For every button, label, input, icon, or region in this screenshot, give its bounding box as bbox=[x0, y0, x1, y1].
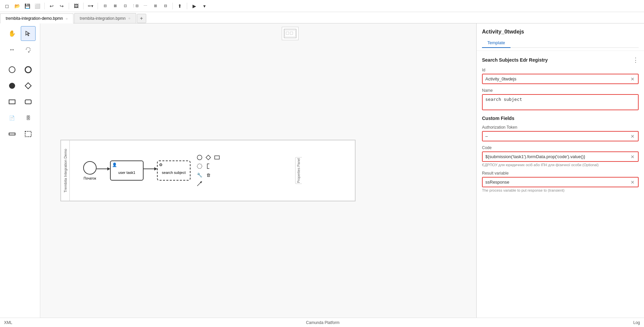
toolbar-separator-5 bbox=[172, 3, 173, 9]
tool-row-6: 📄 🗄 bbox=[1, 111, 39, 125]
tab-add-button[interactable]: + bbox=[137, 14, 146, 23]
db-tool-button[interactable]: 🗄 bbox=[21, 111, 36, 125]
circle-thick-tool-button[interactable] bbox=[21, 62, 36, 77]
properties-panel-toggle[interactable]: Properties Panel bbox=[295, 157, 302, 184]
section-title-text: Search Subjects Edr Registry bbox=[482, 57, 548, 63]
lasso-tool-button[interactable] bbox=[21, 42, 36, 57]
result-var-input[interactable] bbox=[483, 178, 629, 187]
edit-button[interactable]: ✏▾ bbox=[86, 2, 95, 10]
open-folder-button[interactable]: 📂 bbox=[13, 2, 21, 10]
result-var-clear-button[interactable]: ✕ bbox=[629, 178, 637, 186]
table-button[interactable]: ⊟ bbox=[161, 2, 170, 10]
small-rect-tool-button[interactable] bbox=[5, 127, 19, 141]
svg-marker-15 bbox=[206, 155, 211, 160]
redo-button[interactable]: ↪ bbox=[57, 2, 66, 10]
code-hint: ЄДРПОУ для юридичних осіб або ІПН для фі… bbox=[482, 163, 639, 167]
svg-marker-0 bbox=[26, 31, 30, 36]
toolbar-separator bbox=[44, 3, 45, 9]
start-event[interactable] bbox=[83, 161, 97, 175]
bpmn-pool: Trembita Integration Demo Початок 👤 bbox=[60, 140, 356, 201]
id-input[interactable] bbox=[483, 74, 629, 83]
code-input-wrapper: ✕ bbox=[482, 151, 639, 162]
distribute-v-button[interactable]: ⋯ bbox=[141, 2, 150, 10]
section-title: Search Subjects Edr Registry ⋮ bbox=[482, 56, 639, 64]
shape-tools-row-4 bbox=[196, 180, 221, 187]
cursor-tool-button[interactable] bbox=[21, 26, 36, 41]
new-file-button[interactable]: ◻ bbox=[3, 2, 11, 10]
image-button[interactable]: 🖼 bbox=[72, 2, 80, 10]
circle-filled-tool-button[interactable] bbox=[5, 78, 19, 93]
tab-close-button-2[interactable]: ○ bbox=[128, 16, 130, 20]
id-input-wrapper: ✕ bbox=[482, 74, 639, 84]
result-var-field-group: Result variable ✕ The process variable t… bbox=[482, 171, 639, 192]
append-circle-icon[interactable] bbox=[196, 154, 203, 161]
user-task-1[interactable]: 👤 user task1 bbox=[110, 160, 144, 181]
search-subject-task[interactable]: ⚙ search subject bbox=[157, 160, 191, 181]
circle-tool-button[interactable] bbox=[5, 62, 19, 77]
status-log[interactable]: Log bbox=[633, 320, 640, 325]
tool-row-1: ✋ bbox=[1, 26, 39, 41]
canvas-area[interactable]: Properties Panel Trembita Integration De… bbox=[40, 23, 476, 318]
auth-token-input[interactable] bbox=[483, 132, 629, 141]
svg-point-17 bbox=[197, 164, 202, 169]
chart-button[interactable]: ⊞ bbox=[151, 2, 160, 10]
tab-template[interactable]: Template bbox=[482, 38, 511, 48]
append-circle-dash-icon[interactable] bbox=[196, 162, 203, 170]
search-subject-label: search subject bbox=[162, 167, 186, 175]
tab-trembita[interactable]: trembita-integration.bpmn ○ bbox=[74, 13, 136, 23]
sequence-flow-1 bbox=[97, 169, 110, 169]
lane-label-text: Trembita Integration Demo bbox=[63, 149, 67, 192]
delete-icon[interactable]: 🗑 bbox=[205, 171, 212, 179]
align-left-button[interactable]: ⊟ bbox=[101, 2, 109, 10]
more-button[interactable]: ▾ bbox=[200, 2, 209, 10]
arrow-icon[interactable] bbox=[196, 180, 203, 187]
rect-round-tool-button[interactable] bbox=[21, 94, 36, 109]
toolbar: ◻ 📂 💾 ⬜ ↩ ↪ 🖼 ✏▾ ⊟ ⊠ ⊡ ⋮⊟ ⋯ ⊞ ⊟ ⬆ ▶ ▾ bbox=[0, 0, 644, 12]
code-label: Code bbox=[482, 145, 639, 150]
code-input[interactable] bbox=[483, 152, 629, 161]
hand-tool-button[interactable]: ✋ bbox=[5, 26, 19, 41]
svg-rect-6 bbox=[9, 100, 15, 104]
activity-title: Activity_0twdejs bbox=[482, 29, 639, 35]
auth-token-field-group: Authorization Token ✕ bbox=[482, 125, 639, 141]
dashed-rect-tool-button[interactable] bbox=[21, 127, 36, 141]
rect-tool-button[interactable] bbox=[5, 94, 19, 109]
export-button[interactable]: ⬜ bbox=[33, 2, 42, 10]
main-area: ✋ ↔ bbox=[0, 23, 644, 318]
save-button[interactable]: 💾 bbox=[23, 2, 32, 10]
code-field-group: Code ✕ ЄДРПОУ для юридичних осіб або ІПН… bbox=[482, 145, 639, 167]
wrench-icon[interactable]: 🔧 bbox=[196, 171, 203, 179]
doc-tool-button[interactable]: 📄 bbox=[5, 111, 19, 125]
status-xml[interactable]: XML bbox=[4, 320, 12, 325]
align-right-button[interactable]: ⊡ bbox=[121, 2, 129, 10]
service-task-icon: ⚙ bbox=[159, 162, 163, 167]
shape-tools-row-3: 🔧 🗑 bbox=[196, 171, 221, 179]
svg-line-1 bbox=[28, 52, 29, 53]
props-header: Activity_0twdejs Template bbox=[477, 23, 644, 51]
tab-close-button[interactable]: ○ bbox=[66, 17, 68, 20]
auth-token-label: Authorization Token bbox=[482, 125, 639, 130]
custom-fields-title: Custom Fields bbox=[482, 116, 639, 121]
append-rect-icon[interactable] bbox=[213, 154, 221, 161]
props-panel-toggle-label: Properties Panel bbox=[297, 158, 301, 183]
result-var-label: Result variable bbox=[482, 171, 639, 176]
context-shape-tools: 🔧 🗑 bbox=[196, 154, 221, 187]
append-diamond-icon[interactable] bbox=[205, 154, 212, 161]
align-center-button[interactable]: ⊠ bbox=[111, 2, 119, 10]
distribute-h-button[interactable]: ⋮⊟ bbox=[131, 2, 140, 10]
svg-point-2 bbox=[9, 67, 15, 73]
play-button[interactable]: ▶ bbox=[190, 2, 199, 10]
auth-token-clear-button[interactable]: ✕ bbox=[629, 132, 637, 140]
id-clear-button[interactable]: ✕ bbox=[629, 75, 637, 83]
code-clear-button[interactable]: ✕ bbox=[629, 153, 637, 161]
append-bracket-icon[interactable] bbox=[205, 162, 212, 170]
pan-tool-button[interactable]: ↔ bbox=[5, 42, 19, 57]
svg-point-3 bbox=[25, 67, 31, 73]
upload-button[interactable]: ⬆ bbox=[175, 2, 184, 10]
undo-button[interactable]: ↩ bbox=[47, 2, 56, 10]
name-input[interactable] bbox=[483, 95, 638, 110]
tab-trembita-demo[interactable]: trembita-integration-demo.bpmn ○ bbox=[0, 13, 73, 23]
more-options-button[interactable]: ⋮ bbox=[633, 56, 639, 64]
diamond-tool-button[interactable] bbox=[21, 78, 36, 93]
properties-panel: Activity_0twdejs Template Search Subject… bbox=[476, 23, 644, 318]
